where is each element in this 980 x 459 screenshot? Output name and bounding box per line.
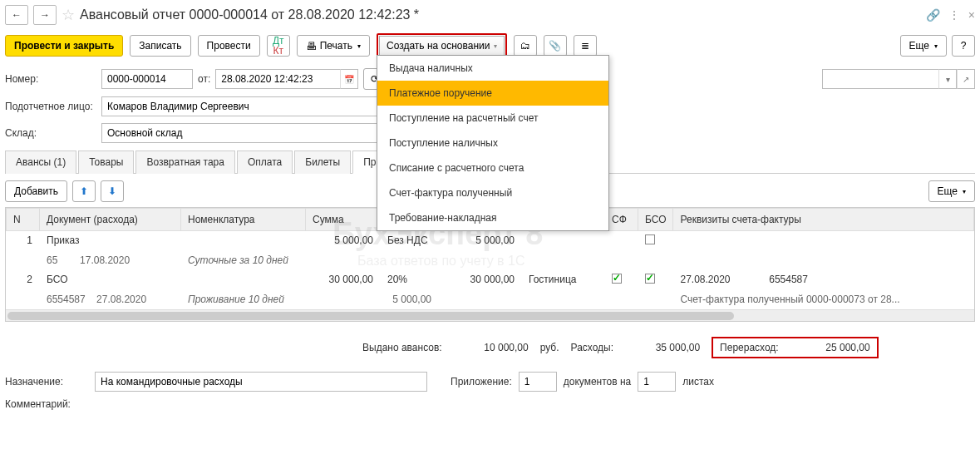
bso-checkbox[interactable]: [645, 234, 655, 244]
help-button[interactable]: ?: [952, 35, 975, 57]
list-button[interactable]: ≣: [574, 35, 597, 57]
expenses-value: 35 000,00: [625, 342, 700, 353]
col-invoice[interactable]: Реквизиты счета-фактуры: [673, 209, 974, 231]
number-input[interactable]: [101, 69, 193, 89]
save-button[interactable]: Записать: [130, 35, 190, 57]
currency: руб.: [540, 342, 559, 353]
date-prefix: от:: [198, 73, 210, 85]
table-row-sub[interactable]: 65 17.08.2020 Суточные за 10 дней: [7, 251, 974, 270]
col-doc[interactable]: Документ (расхода): [40, 209, 181, 231]
post-and-close-button[interactable]: Провести и закрыть: [5, 35, 123, 57]
more-button[interactable]: Еще: [900, 35, 947, 57]
table-row[interactable]: 2 БСО 30 000,00 20% 30 000,00 Гостиница …: [7, 270, 974, 290]
purpose-label: Назначение:: [5, 376, 88, 387]
move-up-button[interactable]: ⬆: [72, 180, 96, 202]
create-on-basis-button[interactable]: Создать на основании: [379, 36, 505, 56]
window-title: Авансовый отчет 0000-000014 от 28.08.202…: [80, 7, 921, 22]
table-row-sub[interactable]: 6554587 27.08.2020 Проживание 10 дней 5 …: [7, 290, 974, 309]
issued-value: 10 000,00: [454, 342, 529, 353]
sheets-label: листах: [682, 376, 714, 387]
comment-label: Комментарий:: [5, 398, 88, 410]
org-open-icon[interactable]: ↗: [957, 69, 975, 89]
tab-advances[interactable]: Авансы (1): [5, 151, 76, 174]
tab-payment[interactable]: Оплата: [237, 151, 293, 174]
col-nom[interactable]: Номенклатура: [181, 209, 306, 231]
expenses-label: Расходы:: [571, 342, 614, 353]
overrun-label: Перерасход:: [720, 342, 779, 353]
col-sum[interactable]: Сумма: [306, 209, 381, 231]
menu-item-invoice-received[interactable]: Счет-фактура полученный: [377, 180, 608, 205]
attach-label: Приложение:: [451, 376, 512, 387]
h-scrollbar[interactable]: [6, 309, 974, 321]
bso-checkbox[interactable]: [645, 274, 655, 284]
number-label: Номер:: [5, 73, 96, 85]
tab-tickets[interactable]: Билеты: [294, 151, 351, 174]
tab-return-pack[interactable]: Возвратная тара: [135, 151, 235, 174]
create-on-basis-menu: Выдача наличных Платежное поручение Пост…: [377, 55, 609, 231]
menu-item-bank-writeoff[interactable]: Списание с расчетного счета: [377, 155, 608, 180]
sf-checkbox[interactable]: [612, 274, 622, 284]
close-icon[interactable]: ×: [968, 8, 975, 22]
table-more-button[interactable]: Еще: [928, 180, 975, 202]
dtkt-button[interactable]: ДтКт: [267, 35, 290, 57]
org-input[interactable]: [822, 69, 938, 89]
warehouse-label: Склад:: [5, 127, 96, 139]
menu-item-payment-order[interactable]: Платежное поручение: [377, 81, 608, 106]
col-bso[interactable]: БСО: [638, 209, 673, 231]
back-button[interactable]: ←: [5, 5, 28, 25]
attach-button[interactable]: 📎: [544, 35, 567, 57]
warehouse-input[interactable]: [101, 123, 393, 143]
attach-count-input[interactable]: [519, 372, 557, 392]
overrun-value: 25 000,00: [795, 342, 870, 353]
purpose-input[interactable]: [95, 372, 427, 392]
menu-item-requisition[interactable]: Требование-накладная: [377, 205, 608, 230]
favorite-icon[interactable]: ☆: [62, 6, 75, 24]
menu-item-cash-receipt[interactable]: Поступление наличных: [377, 131, 608, 155]
org-select-icon[interactable]: ▾: [938, 69, 957, 89]
add-row-button[interactable]: Добавить: [5, 180, 67, 202]
calendar-icon[interactable]: 📅: [340, 69, 358, 89]
person-label: Подотчетное лицо:: [5, 101, 96, 112]
sheets-input[interactable]: [638, 372, 676, 392]
menu-item-bank-receipt[interactable]: Поступление на расчетный счет: [377, 106, 608, 131]
forward-button[interactable]: →: [33, 5, 57, 25]
attach-mid: документов на: [564, 376, 632, 387]
link-icon[interactable]: 🔗: [926, 8, 940, 22]
structure-button[interactable]: 🗂: [514, 35, 537, 57]
tab-goods[interactable]: Товары: [78, 151, 134, 174]
kebab-icon[interactable]: ⋮: [948, 8, 960, 22]
print-button[interactable]: 🖶Печать: [297, 35, 370, 57]
date-input[interactable]: [215, 69, 340, 89]
col-n[interactable]: N: [7, 209, 40, 231]
person-input[interactable]: [101, 96, 393, 116]
move-down-button[interactable]: ⬇: [101, 180, 124, 202]
issued-label: Выдано авансов:: [362, 342, 442, 353]
post-button[interactable]: Провести: [198, 35, 260, 57]
menu-item-cash-issue[interactable]: Выдача наличных: [377, 56, 608, 81]
printer-icon: 🖶: [306, 40, 317, 52]
table-row[interactable]: 1 Приказ 5 000,00 Без НДС 5 000,00: [7, 231, 974, 251]
col-sf[interactable]: СФ: [605, 209, 638, 231]
